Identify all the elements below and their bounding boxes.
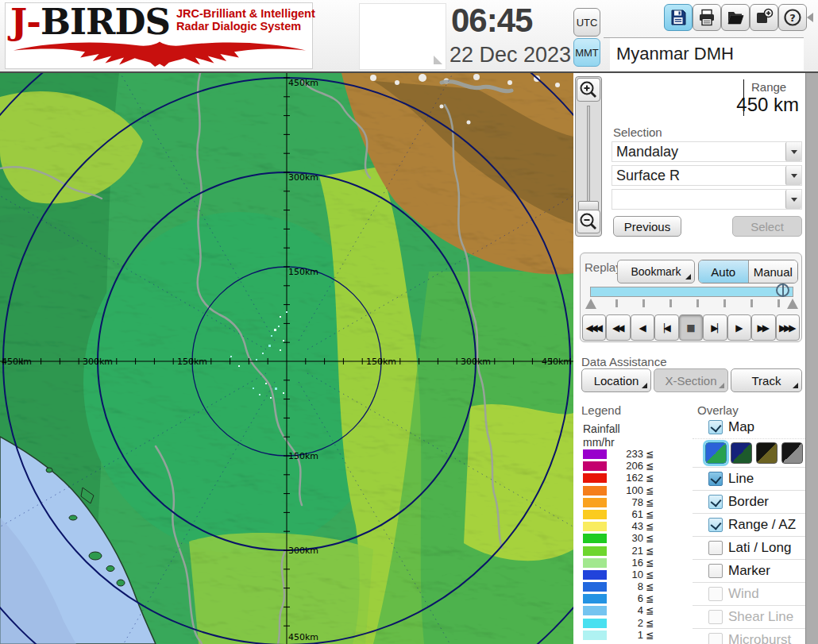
legend-swatch bbox=[583, 619, 607, 628]
data-assistance-label: Data Assistance bbox=[581, 355, 667, 368]
legend-comparator: ≦ bbox=[646, 486, 654, 496]
overlay-item-label: Line bbox=[728, 471, 754, 487]
auto-button[interactable]: Auto bbox=[699, 260, 749, 283]
map-style-olive-swatch[interactable] bbox=[756, 442, 777, 464]
legend-swatch bbox=[583, 486, 607, 496]
range-ring-label: 150km bbox=[288, 451, 318, 461]
overlay-item-microburst[interactable]: Microburst bbox=[693, 628, 805, 644]
open-folder-button[interactable] bbox=[721, 4, 750, 31]
track-button[interactable]: Track bbox=[731, 368, 802, 392]
legend-comparator: ≦ bbox=[646, 473, 654, 483]
help-button[interactable]: ? bbox=[778, 4, 807, 31]
replay-label: Replay bbox=[585, 260, 622, 274]
slider-tick bbox=[615, 299, 618, 307]
location-button[interactable]: Location bbox=[581, 368, 651, 392]
slider-tick bbox=[669, 299, 672, 307]
legend-swatch bbox=[583, 558, 607, 568]
overlay-item-map[interactable]: Map bbox=[693, 416, 805, 438]
legend-value: 1 bbox=[608, 631, 643, 640]
replay-slider-handle[interactable] bbox=[776, 283, 789, 297]
map-zoom-control bbox=[575, 76, 602, 237]
dropdown-arrow-button[interactable] bbox=[785, 142, 801, 161]
unchecked-checkbox[interactable] bbox=[708, 541, 723, 555]
range-ring-label: 300km bbox=[461, 357, 491, 367]
legend-scale: 233≦206≦162≦100≦78≦61≦43≦30≦21≦16≦10≦8≦6… bbox=[583, 449, 686, 642]
chevron-down-icon bbox=[791, 174, 797, 178]
clock-date: 22 Dec 2023 bbox=[450, 43, 571, 67]
stop-button[interactable]: ■ bbox=[679, 314, 703, 341]
timezone-button-mmt[interactable]: MMT bbox=[573, 38, 600, 67]
radar-map[interactable]: 150km150km150km150km300km300km300km300km… bbox=[0, 73, 573, 644]
range-ring-label: 300km bbox=[288, 172, 318, 183]
legend-swatch bbox=[583, 570, 607, 580]
radar-echo bbox=[286, 311, 287, 313]
zoom-slider-track[interactable] bbox=[587, 106, 590, 206]
overlay-item-marker[interactable]: Marker bbox=[693, 559, 805, 582]
selection-dropdown-3[interactable] bbox=[612, 189, 802, 210]
selection-dropdown-2[interactable]: Surface R bbox=[612, 165, 802, 186]
range-display: Range 450 km bbox=[612, 76, 802, 119]
panel-collapse-arrow-icon[interactable] bbox=[807, 13, 813, 22]
overlay-item-border[interactable]: Border bbox=[693, 490, 805, 513]
overlay-item-lati-long[interactable]: Lati / Long bbox=[693, 536, 805, 559]
radar-echo bbox=[280, 349, 281, 351]
overlay-item-range-az[interactable]: Range / AZ bbox=[693, 513, 805, 536]
map-style-dark-swatch[interactable] bbox=[731, 442, 752, 464]
dropdown-arrow-button[interactable] bbox=[785, 166, 801, 185]
legend-comparator: ≦ bbox=[646, 534, 654, 543]
legend-comparator: ≦ bbox=[646, 522, 654, 531]
print-button[interactable] bbox=[693, 4, 721, 31]
overlay-item-shear-line[interactable]: Shear Line bbox=[693, 605, 805, 628]
dropdown-arrow-button[interactable] bbox=[785, 190, 801, 209]
checked-checkbox[interactable] bbox=[708, 420, 723, 434]
legend-row: 78≦ bbox=[583, 498, 686, 507]
replay-slider-track[interactable] bbox=[590, 287, 793, 297]
play-backward-button[interactable]: ◀ bbox=[631, 314, 654, 341]
map-style-gray-swatch[interactable] bbox=[781, 442, 803, 464]
unchecked-checkbox[interactable] bbox=[708, 564, 723, 578]
unchecked-checkbox bbox=[708, 610, 723, 624]
legend-comparator: ≦ bbox=[646, 461, 654, 471]
selection-dropdown-1[interactable]: Mandalay bbox=[612, 141, 802, 162]
timezone-button-utc[interactable]: UTC bbox=[573, 8, 600, 37]
zoom-out-icon[interactable] bbox=[577, 210, 600, 233]
zoom-in-icon[interactable] bbox=[577, 78, 600, 102]
eagle-icon bbox=[12, 39, 307, 67]
dropdown-value: Mandalay bbox=[612, 144, 785, 160]
skip-end-button[interactable]: ▶| bbox=[703, 314, 727, 341]
overlay-item-line[interactable]: Line bbox=[693, 467, 805, 490]
checked-checkbox[interactable] bbox=[708, 472, 723, 486]
overlay-item-label: Map bbox=[728, 419, 754, 435]
menu-corner-icon bbox=[642, 383, 647, 388]
bookmark-button[interactable]: Bookmark bbox=[617, 260, 695, 283]
checked-checkbox[interactable] bbox=[708, 518, 723, 532]
overlay-item-wind[interactable]: Wind bbox=[693, 582, 805, 605]
slider-end-marker-icon[interactable] bbox=[787, 299, 798, 309]
radar-echo bbox=[265, 383, 267, 384]
select-button[interactable]: Select bbox=[732, 216, 802, 237]
range-ring-label: 150km bbox=[288, 267, 318, 277]
resize-grip-icon[interactable] bbox=[434, 56, 442, 64]
skip-start-button[interactable]: |◀ bbox=[654, 314, 678, 341]
save-button[interactable] bbox=[664, 4, 693, 31]
range-ring-label: 150km bbox=[366, 357, 396, 367]
map-style-color-swatch[interactable] bbox=[705, 442, 727, 464]
rewind-fastest-button[interactable]: ◀◀◀ bbox=[582, 314, 606, 341]
dropdown-value: Surface R bbox=[612, 168, 785, 184]
x-section-button[interactable]: X-Section bbox=[654, 368, 728, 392]
forward-fast-button[interactable]: ▶▶ bbox=[751, 314, 775, 341]
checked-checkbox[interactable] bbox=[708, 495, 723, 509]
legend-row: 16≦ bbox=[583, 558, 686, 568]
rewind-fast-button[interactable]: ◀◀ bbox=[606, 314, 630, 341]
previous-button[interactable]: Previous bbox=[613, 216, 681, 237]
bookmark-label: Bookmark bbox=[631, 265, 681, 278]
slider-start-marker-icon[interactable] bbox=[585, 299, 596, 309]
add-image-button[interactable] bbox=[750, 4, 778, 31]
play-forward-button[interactable]: ▶ bbox=[727, 314, 751, 341]
radar-echo bbox=[270, 397, 272, 399]
manual-button[interactable]: Manual bbox=[749, 260, 798, 283]
radar-echo bbox=[230, 356, 232, 357]
overlay-item-label: Shear Line bbox=[728, 609, 793, 625]
legend-value: 43 bbox=[608, 522, 643, 531]
forward-fastest-button[interactable]: ▶▶▶ bbox=[776, 314, 800, 341]
